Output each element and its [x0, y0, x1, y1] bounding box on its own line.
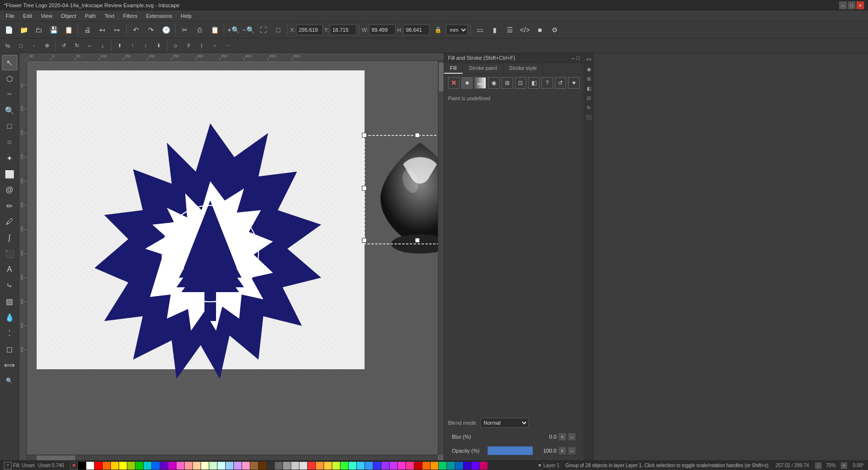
undo-button[interactable]: ↶ — [129, 23, 143, 37]
tab-stroke-paint[interactable]: Stroke paint — [463, 63, 503, 74]
palette-color-5[interactable] — [119, 462, 127, 470]
group-button[interactable]: ▭ — [473, 23, 487, 37]
object-snap-button[interactable]: ○ — [209, 40, 220, 52]
xml-editor-button[interactable]: </> — [518, 23, 531, 37]
strip-xml-btn[interactable]: <> — [584, 55, 593, 64]
palette-color-44[interactable] — [439, 462, 447, 470]
strip-layers-btn[interactable]: ⊞ — [584, 74, 593, 83]
x-input[interactable] — [296, 25, 323, 35]
palette-color-6[interactable] — [127, 462, 135, 470]
lower-bottom-button[interactable]: ⬇ — [153, 40, 164, 52]
palette-color-4[interactable] — [111, 462, 119, 470]
palette-color-38[interactable] — [390, 462, 397, 470]
palette-color-37[interactable] — [381, 462, 389, 470]
eraser-tool[interactable]: ◻ — [2, 341, 17, 357]
palette-color-8[interactable] — [144, 462, 151, 470]
blur-inc-btn[interactable]: + — [558, 433, 566, 441]
canvas-viewport[interactable] — [27, 61, 444, 460]
fs-minimize-btn[interactable]: – — [571, 55, 574, 61]
tweak-tool[interactable]: ~ — [2, 87, 17, 102]
palette-color-18[interactable] — [226, 462, 233, 470]
palette-color-17[interactable] — [217, 462, 225, 470]
palette-color-39[interactable] — [398, 462, 406, 470]
handle-bm[interactable] — [415, 238, 420, 242]
paint-heart-btn[interactable]: ♥ — [568, 77, 580, 89]
palette-color-24[interactable] — [275, 462, 283, 470]
ungroup-button[interactable]: ▮ — [488, 23, 502, 37]
snap-nodes-button[interactable]: ◦ — [28, 40, 40, 52]
palette-color-28[interactable] — [308, 462, 315, 470]
menu-view[interactable]: View — [37, 12, 56, 20]
flip-v-button[interactable]: ↕ — [97, 40, 108, 52]
inkscape-prefs-button[interactable]: ⚙ — [548, 23, 561, 37]
palette-color-41[interactable] — [414, 462, 422, 470]
star-tool[interactable]: ✦ — [2, 150, 17, 166]
close-button[interactable]: × — [856, 1, 864, 9]
w-input[interactable] — [369, 25, 395, 35]
spiral-tool[interactable]: @ — [2, 182, 17, 198]
zoom-page-button[interactable]: □ — [271, 23, 285, 37]
flip-h-button[interactable]: ↔ — [84, 40, 95, 52]
node-tool[interactable]: ⬡ — [2, 71, 17, 86]
menu-filters[interactable]: Filters — [119, 12, 141, 20]
palette-color-22[interactable] — [258, 462, 266, 470]
import-button[interactable]: ↤ — [95, 23, 109, 37]
search-tool[interactable]: 🔍 — [2, 373, 17, 389]
unit-select[interactable]: mmpxptcmin — [446, 25, 468, 35]
copy-button[interactable]: ⎙ — [193, 23, 206, 37]
palette-color-19[interactable] — [234, 462, 242, 470]
menu-object[interactable]: Object — [57, 12, 80, 20]
pen-tool[interactable]: 🖊 — [2, 214, 17, 229]
tab-fill[interactable]: Fill — [444, 63, 463, 74]
selector-tool[interactable]: ↖ — [2, 55, 17, 70]
lock-aspect-button[interactable]: 🔒 — [431, 23, 445, 37]
palette-color-42[interactable] — [422, 462, 430, 470]
handle-tl[interactable] — [362, 133, 366, 137]
menu-text[interactable]: Text — [101, 12, 118, 20]
export-button[interactable]: ↦ — [110, 23, 124, 37]
palette-color-3[interactable] — [103, 462, 110, 470]
snap-options-button[interactable]: ⋯ — [222, 40, 233, 52]
zoom-dec-btn[interactable]: - — [815, 462, 822, 469]
cut-button[interactable]: ✂ — [178, 23, 191, 37]
palette-color-33[interactable] — [349, 462, 356, 470]
paint-linear-btn[interactable]: ▬ — [475, 77, 486, 89]
palette-color-30[interactable] — [324, 462, 332, 470]
y-input[interactable] — [330, 25, 356, 35]
doc-properties-button[interactable]: ■ — [533, 23, 546, 37]
zoom-tool[interactable]: 🔍 — [2, 103, 17, 118]
open-button[interactable]: 📁 — [17, 23, 30, 37]
menu-path[interactable]: Path — [81, 12, 100, 20]
strip-export-btn[interactable]: ⬛ — [584, 113, 593, 121]
calligraphy-tool[interactable]: ∫ — [2, 230, 17, 245]
dropper-tool[interactable]: 💧 — [2, 309, 17, 325]
blur-dec-btn[interactable]: – — [568, 433, 576, 441]
connector-tool[interactable]: ⤷ — [2, 278, 17, 293]
undo-history-button[interactable]: 🕑 — [159, 23, 173, 37]
palette-color-34[interactable] — [357, 462, 365, 470]
paint-mesh-btn[interactable]: ⊞ — [502, 77, 513, 89]
guide-snap-button[interactable]: | — [196, 40, 207, 52]
pencil-tool[interactable]: ✏ — [2, 198, 17, 214]
strip-obj-btn[interactable]: ◉ — [584, 65, 593, 73]
palette-color-32[interactable] — [340, 462, 348, 470]
grid-snap-button[interactable]: # — [183, 40, 194, 52]
menu-edit[interactable]: Edit — [19, 12, 36, 20]
opacity-inc-btn[interactable]: + — [558, 447, 566, 455]
raise-top-button[interactable]: ⬆ — [114, 40, 125, 52]
save-copy-button[interactable]: 📋 — [62, 23, 75, 37]
no-color-swatch[interactable]: ✕ — [70, 462, 78, 470]
palette-color-13[interactable] — [185, 462, 192, 470]
zoom-fit-button[interactable]: ⛶ — [257, 23, 270, 37]
palette-color-35[interactable] — [365, 462, 373, 470]
palette-color-7[interactable] — [136, 462, 143, 470]
paste-button[interactable]: 📋 — [208, 23, 221, 37]
handle-bl[interactable] — [362, 238, 366, 242]
palette-color-46[interactable] — [455, 462, 463, 470]
print-button[interactable]: 🖨 — [81, 23, 94, 37]
zoom-in-button[interactable]: +🔍 — [227, 23, 240, 37]
spray-tool[interactable]: ⁚ — [2, 325, 17, 341]
paint-pattern-btn[interactable]: ⊡ — [515, 77, 527, 89]
palette-color-1[interactable] — [86, 462, 94, 470]
palette-color-21[interactable] — [250, 462, 258, 470]
